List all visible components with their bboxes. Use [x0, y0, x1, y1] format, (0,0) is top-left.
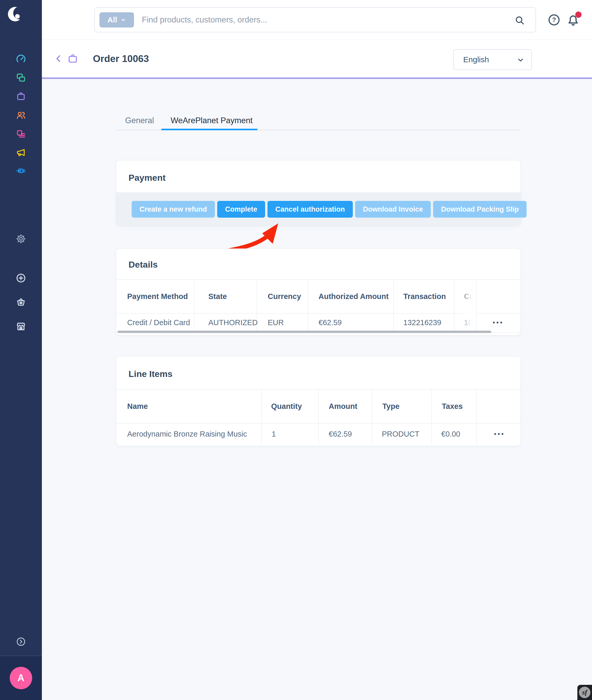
help-button[interactable]: ? [547, 13, 561, 27]
details-col-state: State [208, 292, 227, 301]
chevron-down-icon [120, 17, 126, 23]
line-items-col-taxes: Taxes [442, 402, 463, 411]
active-tab-underline [161, 129, 257, 130]
sidebar: A [0, 0, 42, 700]
details-col-currency: Currency [268, 292, 301, 301]
storefront-icon [16, 321, 26, 332]
line-items-cell-amount: €62.59 [329, 430, 352, 438]
language-select[interactable]: English [453, 49, 532, 70]
order-bag-icon [67, 53, 79, 64]
help-icon: ? [547, 13, 561, 27]
chevron-down-icon [516, 56, 525, 64]
line-items-card-title: Line Items [129, 369, 172, 379]
details-col-authorized-amount: Authorized Amount [318, 292, 389, 301]
line-items-cell-quantity: 1 [272, 430, 276, 438]
global-search-input[interactable]: All Find products, customers, orders... [94, 7, 536, 33]
sidebar-expand-button[interactable] [16, 636, 26, 647]
details-cell-state: AUTHORIZED [208, 318, 258, 327]
customers-icon [16, 110, 26, 120]
details-cell-transaction: 132216239 [403, 318, 441, 327]
search-scope-label: All [107, 16, 117, 24]
expand-chevron-icon [16, 636, 26, 647]
sidebar-item-shop[interactable] [16, 297, 26, 307]
line-items-cell-taxes: €0.00 [441, 430, 460, 438]
search-scope-dropdown[interactable]: All [99, 12, 134, 28]
notifications-button[interactable] [566, 12, 581, 27]
notification-badge [575, 11, 582, 18]
details-cell-authorized-amount: €62.59 [318, 318, 342, 327]
download-packing-slip-button[interactable]: Download Packing Slip [433, 201, 527, 218]
details-row-actions-button[interactable] [493, 322, 502, 324]
create-refund-button[interactable]: Create a new refund [132, 201, 215, 218]
sidebar-user-section: A [0, 655, 42, 700]
sidebar-item-add[interactable] [16, 273, 26, 283]
sidebar-item-marketing[interactable] [16, 147, 26, 158]
payment-actions-bar: Create a new refund Complete Cancel auth… [116, 193, 521, 226]
symfony-profiler-toggle[interactable]: sf [577, 685, 592, 700]
orders-bag-icon [16, 91, 26, 102]
line-items-row-actions-button[interactable] [494, 433, 503, 435]
avatar-letter: A [17, 672, 24, 684]
line-items-card: Line Items Name Quantity Amount Type Tax… [116, 356, 521, 446]
language-select-value: English [463, 55, 489, 64]
topbar: All Find products, customers, orders... … [42, 0, 592, 40]
content-layout-icon [16, 129, 26, 139]
sidebar-item-dashboard[interactable] [16, 54, 26, 65]
symfony-logo-icon: sf [579, 687, 590, 698]
svg-text:?: ? [552, 16, 556, 23]
line-items-col-quantity: Quantity [271, 402, 302, 411]
details-col-transaction: Transaction [403, 292, 446, 301]
details-col-payment-method: Payment Method [127, 292, 188, 301]
add-circle-icon [16, 273, 26, 283]
line-items-col-name: Name [127, 402, 148, 411]
horizontal-scrollbar[interactable] [117, 331, 491, 333]
search-icon [514, 15, 526, 26]
column-fade-overlay [458, 280, 476, 332]
page-title: Order 10063 [93, 53, 149, 64]
line-items-col-type: Type [382, 402, 400, 411]
dashboard-gauge-icon [16, 54, 26, 65]
marketing-megaphone-icon [16, 147, 26, 158]
payment-card: Payment Create a new refund Complete Can… [116, 160, 521, 226]
avatar[interactable]: A [10, 667, 32, 689]
details-card-title: Details [129, 260, 158, 270]
tab-wearplanet-payment[interactable]: WeArePlanet Payment [170, 116, 253, 125]
sidebar-item-settings[interactable] [16, 233, 26, 244]
sidebar-item-storefront[interactable] [16, 321, 26, 332]
shop-basket-icon [16, 297, 26, 307]
details-cell-currency: EUR [268, 318, 284, 327]
sidebar-item-content[interactable] [16, 129, 26, 139]
settings-gear-icon [16, 233, 26, 244]
complete-button[interactable]: Complete [217, 201, 265, 218]
sidebar-item-orders[interactable] [16, 91, 26, 102]
search-placeholder: Find products, customers, orders... [142, 15, 267, 24]
sidebar-item-customers[interactable] [16, 110, 26, 120]
sidebar-item-catalogues[interactable] [16, 72, 26, 83]
sidebar-item-extensions[interactable] [16, 166, 26, 176]
back-button[interactable] [53, 53, 64, 64]
shopware-logo[interactable] [7, 5, 24, 23]
tab-general[interactable]: General [125, 116, 154, 125]
download-invoice-button[interactable]: Download Invoice [355, 201, 431, 218]
shopware-logo-icon [7, 5, 24, 23]
smartbar: Order 10063 English [42, 40, 592, 79]
line-items-cell-type: PRODUCT [382, 430, 419, 438]
line-items-col-amount: Amount [329, 402, 357, 411]
line-items-cell-name: Aerodynamic Bronze Raising Music [127, 430, 247, 438]
payment-card-title: Payment [129, 173, 166, 183]
extensions-plug-icon [16, 166, 26, 176]
details-card: Details Payment Method State Currency Au… [116, 249, 521, 335]
details-cell-payment-method: Credit / Debit Card [127, 318, 190, 327]
catalogues-icon [16, 72, 26, 83]
cancel-authorization-button[interactable]: Cancel authorization [267, 201, 353, 218]
